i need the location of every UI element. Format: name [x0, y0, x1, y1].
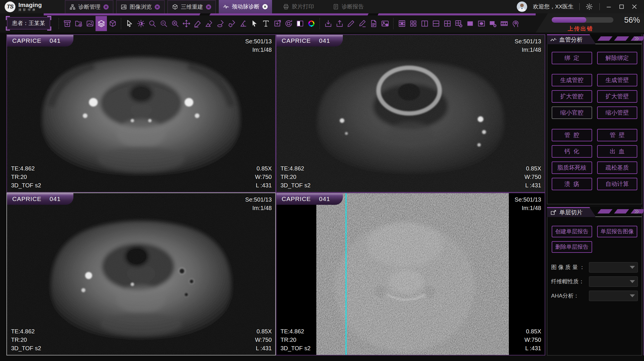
patient-field[interactable]: 患者：王某某 [7, 17, 50, 29]
maximize-button[interactable] [618, 3, 625, 10]
hemorrhage-button[interactable]: 出 血 [597, 145, 638, 158]
ulcer-button[interactable]: 溃 疡 [552, 178, 592, 190]
shrink-wall-button[interactable]: 缩小管壁 [597, 106, 638, 119]
zoom-button[interactable] [147, 16, 158, 31]
pan-button[interactable] [181, 16, 192, 31]
zoom-2x-button[interactable] [169, 16, 181, 31]
folder-add-button[interactable] [73, 16, 84, 31]
shape-remove-button[interactable] [487, 16, 498, 31]
tab-film-print[interactable]: 胶片打印 [279, 0, 318, 13]
cursor-button[interactable] [124, 16, 135, 31]
image-quality-select[interactable] [589, 262, 638, 273]
fibrous-cap-select[interactable] [589, 276, 638, 287]
layout-grid9-button[interactable] [396, 16, 407, 31]
enlarge-wall-button[interactable]: 扩大管壁 [597, 90, 638, 103]
color-wheel-button[interactable] [306, 16, 317, 31]
viewport-top-left[interactable]: CAPRICE 041 Se:501/13Im:1/48 TE:4.862TR:… [6, 34, 276, 193]
layout-grid4-button[interactable] [442, 16, 453, 31]
ai-analysis-button[interactable] [510, 16, 521, 31]
toolbar-divider [121, 18, 121, 29]
upload-button[interactable] [334, 16, 345, 31]
device-name: CAPRICE [282, 195, 311, 202]
viewport-bottom-right[interactable]: CAPRICE 041 Se:501/13Im:1/48 TE:4.862TR:… [276, 193, 545, 355]
text-annotation-button[interactable] [260, 16, 271, 31]
panel-collapse-button[interactable] [633, 35, 640, 42]
close-button[interactable] [631, 3, 638, 10]
measure-line-button[interactable] [192, 16, 203, 31]
tab-close-icon[interactable] [262, 4, 268, 10]
aha-analysis-select[interactable] [589, 291, 638, 301]
pointer-button[interactable] [249, 16, 260, 31]
tab-close-icon[interactable] [154, 4, 160, 10]
rotate-button[interactable] [283, 16, 294, 31]
lumen-button[interactable]: 管 腔 [552, 129, 592, 141]
layout-remove-button[interactable] [453, 16, 464, 31]
series-overlay: Se:501/13Im:1/48 [245, 195, 272, 212]
measure-polygon-button[interactable] [226, 16, 237, 31]
layers-button[interactable] [96, 16, 107, 31]
application-window: TS Imaging 清影华康 诊断管理 图像浏览 三维重建 [0, 0, 644, 361]
reference-line[interactable] [345, 193, 347, 355]
patient-label: 患者：王某某 [12, 19, 45, 27]
tab-diagnosis-report[interactable]: 诊断报告 [329, 0, 368, 13]
download-button[interactable] [322, 16, 334, 31]
tab-diagnosis-management[interactable]: 诊断管理 [65, 0, 113, 13]
gallery-button[interactable] [84, 16, 96, 31]
tab-carotid-diagnosis[interactable]: 颈动脉诊断 [219, 0, 272, 13]
panel-header: 单层切片 [547, 207, 642, 218]
tab-image-browse[interactable]: 图像浏览 [116, 0, 165, 13]
archive-add-button[interactable] [61, 16, 73, 31]
grid-remove-icon [455, 19, 463, 28]
invert-button[interactable] [294, 16, 306, 31]
layout-rows-button[interactable] [430, 16, 442, 31]
user-avatar[interactable] [517, 1, 527, 12]
zoom-region-button[interactable] [158, 16, 169, 31]
pen-line-button[interactable] [357, 16, 368, 31]
generate-lumen-button[interactable]: 生成管腔 [552, 74, 592, 86]
brightness-button[interactable] [135, 16, 147, 31]
enlarge-lumen-button[interactable]: 扩大管腔 [552, 90, 592, 103]
report-add-button[interactable] [368, 16, 379, 31]
measure-angle-button[interactable] [203, 16, 215, 31]
protractor-button[interactable] [237, 16, 249, 31]
shrink-lumen-button[interactable]: 缩小官腔 [552, 106, 592, 119]
shape-ellipse-button[interactable] [476, 16, 487, 31]
logo-subtitle: 清影华康 [18, 8, 42, 12]
filmstrip-button[interactable] [498, 16, 510, 31]
measure-line-icon [194, 19, 202, 28]
shape-rectangle-button[interactable] [464, 16, 476, 31]
layout-grid4-small-button[interactable] [407, 16, 419, 31]
viewport-bottom-left[interactable]: CAPRICE 041 Se:501/13Im:1/48 TE:4.862TR:… [6, 193, 276, 355]
tab-3d-reconstruction[interactable]: 三维重建 [167, 0, 216, 13]
acquisition-overlay: TE:4.862TR:203D_TOF s2 [280, 327, 310, 353]
panel-header: 血管分析 [547, 34, 642, 45]
image-export-button[interactable] [379, 16, 391, 31]
viewport-top-right[interactable]: CAPRICE 041 Se:501/13Im:1/48 TE:4.862TR:… [276, 34, 545, 193]
generate-wall-button[interactable]: 生成管壁 [597, 74, 638, 86]
series-overlay: Se:501/13Im:1/48 [515, 37, 541, 54]
measure-ellipse-button[interactable] [215, 16, 226, 31]
cube-3d-button[interactable] [107, 16, 118, 31]
minimize-button[interactable] [606, 3, 613, 10]
pen-button[interactable] [345, 16, 357, 31]
unbind-button[interactable]: 解除绑定 [597, 52, 638, 64]
slice-report-image-button[interactable]: 单层报告图像 [597, 226, 638, 237]
archive-add-icon [63, 19, 71, 28]
wall-button[interactable]: 管 壁 [597, 129, 638, 141]
upload-progress-bar [552, 17, 613, 23]
invert-icon [296, 19, 304, 28]
delete-slice-report-button[interactable]: 删除单层报告 [552, 241, 592, 253]
create-slice-report-button[interactable]: 创建单层报告 [552, 226, 592, 237]
crop-button[interactable] [271, 16, 283, 31]
bind-button[interactable]: 绑 定 [552, 52, 592, 64]
settings-button[interactable] [585, 3, 594, 11]
panel-collapse-button[interactable] [633, 208, 640, 215]
tab-close-icon[interactable] [206, 4, 211, 10]
image-icon [121, 4, 127, 10]
calcification-button[interactable]: 钙 化 [552, 145, 592, 158]
auto-calculate-button[interactable]: 自动计算 [597, 178, 638, 190]
layout-columns-button[interactable] [419, 16, 430, 31]
lipid-necrotic-core-button[interactable]: 脂质坏死核 [552, 161, 592, 174]
loose-matrix-button[interactable]: 疏松基质 [597, 161, 638, 174]
tab-close-icon[interactable] [103, 4, 109, 10]
